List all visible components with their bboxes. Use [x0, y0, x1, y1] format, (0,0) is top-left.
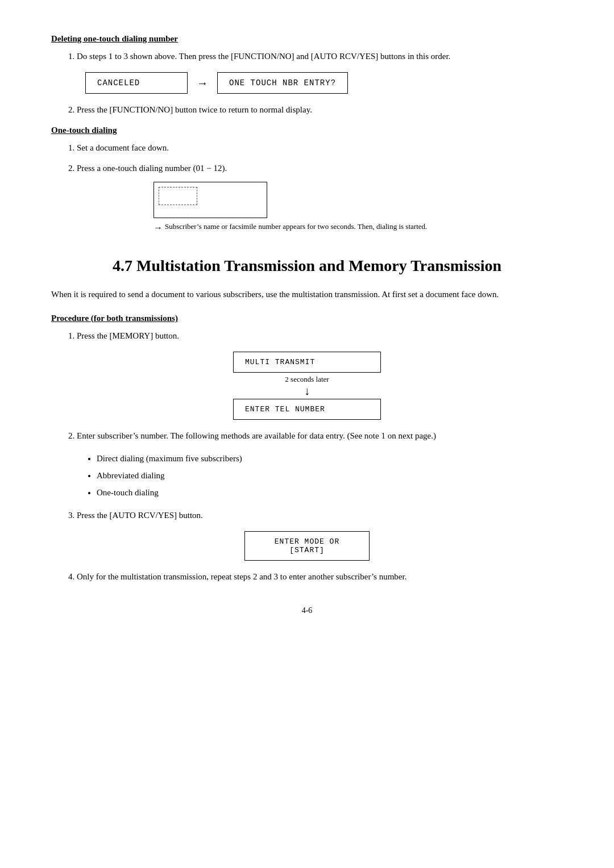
one-touch-nbr-display-box: ONE TOUCH NBR ENTRY? — [217, 72, 348, 94]
step-2-onetouch: 2. Press a one-touch dialing number (01 … — [68, 161, 563, 175]
enter-mode-display: ENTER MODE OR [START] — [244, 531, 370, 561]
proc-step-4: 4. Only for the multistation transmissio… — [68, 570, 563, 583]
bullet-item-1: Direct dialing (maximum five subscribers… — [97, 452, 563, 465]
subscriber-label: Subscriber’s name or facsimile number ap… — [165, 222, 427, 232]
multi-transmit-diagram: MULTI TRANSMIT 2 seconds later ↓ ENTER T… — [233, 352, 381, 420]
step-1-onetouch: 1. Set a document face down. — [68, 141, 563, 155]
subscriber-outer-border — [154, 182, 267, 218]
canceled-diagram: CANCELED ONE TOUCH NBR ENTRY? — [85, 72, 563, 94]
step-text: Press the [MEMORY] button. — [77, 331, 179, 340]
subscriber-inner-dashed — [159, 187, 197, 205]
page-content: Deleting one-touch dialing number 1. Do … — [51, 34, 563, 615]
step-number-2: 2. — [68, 105, 77, 114]
proc-step-3: 3. Press the [AUTO RCV/YES] button. — [68, 508, 563, 522]
step-content-2: Press the [FUNCTION/NO] button twice to … — [77, 105, 312, 114]
step-text: Enter subscriber’s number. The following… — [77, 431, 436, 440]
step-num: 4. — [68, 572, 77, 581]
step-text: Press the [AUTO RCV/YES] button. — [77, 511, 203, 520]
step-text: Only for the multistation transmission, … — [77, 572, 406, 581]
bullet-item-2: Abbreviated dialing — [97, 469, 563, 482]
canceled-display-box: CANCELED — [85, 72, 188, 94]
proc-step-2: 2. Enter subscriber’s number. The follow… — [68, 429, 563, 443]
multi-transmit-display: MULTI TRANSMIT — [233, 352, 381, 373]
enter-tel-display: ENTER TEL NUMBER — [233, 399, 381, 420]
heading-procedure: Procedure (for both transmissions) — [51, 314, 563, 323]
section-procedure: Procedure (for both transmissions) 1. Pr… — [51, 314, 563, 583]
step-1-deleting: 1. Do steps 1 to 3 shown above. Then pre… — [68, 49, 563, 63]
right-arrow-icon — [197, 77, 208, 90]
chapter-intro: When it is required to send a document t… — [51, 287, 563, 302]
subscriber-box-outer: → Subscriber’s name or facsimile number … — [154, 182, 427, 233]
step-content: Do steps 1 to 3 shown above. Then press … — [77, 52, 450, 61]
chapter-title: 4.7 Multistation Transmission and Memory… — [51, 256, 563, 276]
down-arrow-container: 2 seconds later ↓ — [233, 373, 381, 399]
subscriber-arrow-row: → Subscriber’s name or facsimile number … — [154, 222, 427, 233]
bullet-item-3: One-touch dialing — [97, 486, 563, 499]
step-number: 1. — [68, 52, 77, 61]
step-num: 2. — [68, 431, 77, 440]
page-number: 4-6 — [51, 606, 563, 615]
heading-deleting: Deleting one-touch dialing number — [51, 34, 563, 44]
step-num: 1. — [68, 331, 77, 340]
step-content: Press a one-touch dialing number (01 − 1… — [77, 164, 227, 173]
heading-one-touch: One-touch dialing — [51, 126, 563, 135]
proc-step-1: 1. Press the [MEMORY] button. — [68, 329, 563, 343]
section-one-touch: One-touch dialing 1. Set a document face… — [51, 126, 563, 233]
chapter-heading: 4.7 Multistation Transmission and Memory… — [51, 256, 563, 276]
step-num: 3. — [68, 511, 77, 520]
section-deleting: Deleting one-touch dialing number 1. Do … — [51, 34, 563, 116]
two-seconds-label: 2 seconds later — [285, 375, 329, 384]
step-content: Set a document face down. — [77, 143, 169, 152]
arrow-right-icon: → — [154, 223, 163, 233]
step-2-deleting: 2. Press the [FUNCTION/NO] button twice … — [68, 103, 563, 116]
step-number: 1. — [68, 143, 77, 152]
step-number: 2. — [68, 164, 77, 173]
bullet-list: Direct dialing (maximum five subscribers… — [97, 452, 563, 499]
subscriber-diagram: → Subscriber’s name or facsimile number … — [154, 182, 563, 233]
down-arrow-icon: ↓ — [304, 385, 310, 397]
